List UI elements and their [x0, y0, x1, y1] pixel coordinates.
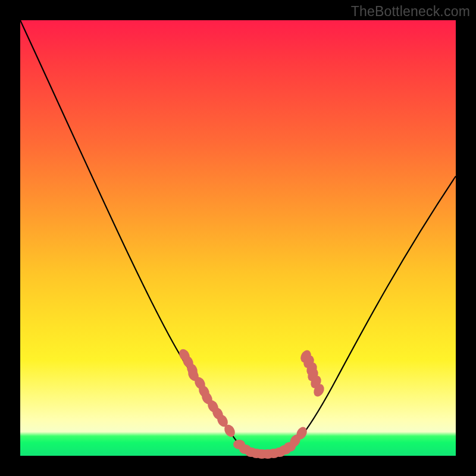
- left-dot-cluster: [177, 347, 237, 439]
- bottleneck-curve: [20, 20, 456, 455]
- chart-plot-area: [20, 20, 456, 456]
- trough-dot-cluster: [233, 440, 296, 459]
- chart-svg: [20, 20, 456, 456]
- right-dot-cluster: [288, 349, 326, 449]
- chart-frame: TheBottleneck.com: [0, 0, 476, 476]
- watermark-text: TheBottleneck.com: [351, 4, 470, 20]
